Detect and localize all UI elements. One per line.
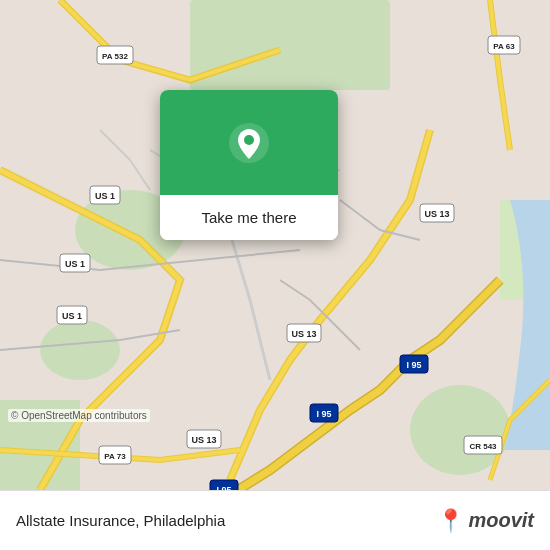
svg-rect-1 [190, 0, 390, 90]
svg-text:US 1: US 1 [95, 191, 115, 201]
svg-text:US 1: US 1 [65, 259, 85, 269]
moovit-logo-text: moovit [468, 509, 534, 532]
place-name: Allstate Insurance, Philadelphia [16, 512, 225, 529]
svg-text:I 95: I 95 [316, 409, 331, 419]
svg-text:PA 73: PA 73 [104, 452, 126, 461]
svg-text:I 95: I 95 [406, 360, 421, 370]
svg-point-34 [244, 135, 254, 145]
svg-point-3 [40, 320, 120, 380]
bottom-bar: Allstate Insurance, Philadelphia 📍 moovi… [0, 490, 550, 550]
moovit-logo: 📍 moovit [437, 508, 534, 534]
svg-text:US 13: US 13 [424, 209, 449, 219]
svg-text:PA 63: PA 63 [493, 42, 515, 51]
svg-text:CR 543: CR 543 [469, 442, 497, 451]
popup-green-area [160, 90, 338, 195]
svg-text:US 1: US 1 [62, 311, 82, 321]
take-me-there-button[interactable]: Take me there [160, 195, 338, 240]
copyright-text: © OpenStreetMap contributors [8, 409, 150, 422]
svg-text:PA 532: PA 532 [102, 52, 128, 61]
map-container: US 1 US 1 US 1 US 13 US 13 US 13 I 95 I … [0, 0, 550, 490]
moovit-pin-icon: 📍 [437, 508, 464, 534]
popup-card: Take me there [160, 90, 338, 240]
location-pin-icon [227, 121, 271, 165]
svg-text:US 13: US 13 [191, 435, 216, 445]
svg-text:US 13: US 13 [291, 329, 316, 339]
